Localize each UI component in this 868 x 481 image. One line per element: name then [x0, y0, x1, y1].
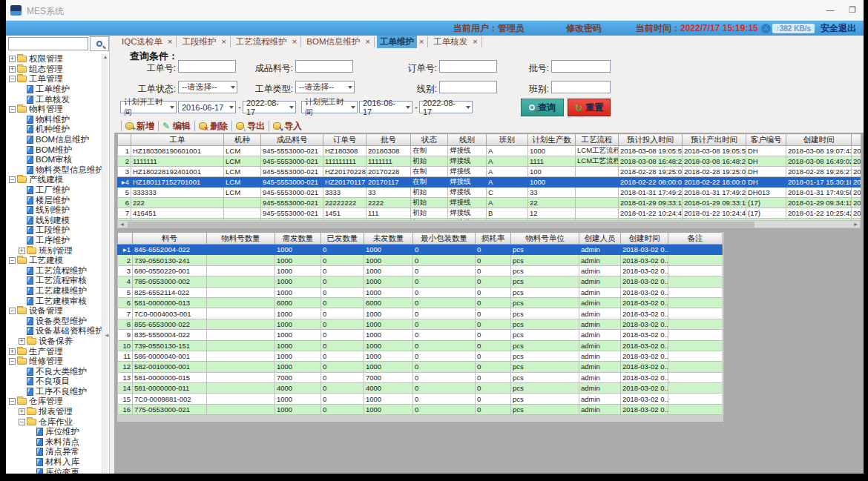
order-type-select[interactable]: --请选择-- — [295, 81, 355, 93]
tree-item-13[interactable]: 工厂维护 — [7, 185, 102, 196]
tab-close-icon[interactable]: × — [473, 37, 477, 46]
collapse-icon[interactable]: − — [9, 398, 16, 405]
column-header[interactable]: 客户编号 — [746, 134, 786, 146]
table-row[interactable]: 4785-0553000-00210000100000pcsadmin2018-… — [118, 276, 723, 287]
tree-item-11[interactable]: 物料类型信息维护 — [7, 165, 102, 176]
tree-item-10[interactable]: BOM审核 — [7, 155, 102, 165]
tree-item-9[interactable]: BOM维护 — [7, 145, 102, 155]
tree-item-34[interactable]: −仓库管理 — [7, 397, 102, 407]
line-input[interactable] — [439, 81, 497, 93]
table-row[interactable]: ▸1845-6552004-02210000100000pcsadmin2018… — [118, 245, 723, 255]
toolbar-database-export-button[interactable]: ↓导出 — [236, 120, 265, 133]
toolbar-edit-pencil-button[interactable]: ✎编辑 — [162, 120, 191, 133]
expand-icon[interactable]: + — [9, 66, 16, 73]
start-time-type-select[interactable]: 计划开工时间 — [120, 101, 177, 113]
table-row[interactable]: 5333333LCM945-5553000-021333333初始焊接线C332… — [118, 188, 861, 198]
finish-date-to[interactable]: 2022-08-17 — [419, 101, 473, 113]
tree-item-6[interactable]: 物料维护 — [7, 115, 102, 125]
column-header[interactable]: 订单号 — [323, 134, 366, 146]
column-header[interactable]: 物料号单位 — [511, 233, 579, 245]
column-header[interactable]: 创建时间 — [621, 233, 668, 245]
tree-item-31[interactable]: 不良大类维护 — [7, 366, 102, 376]
collapse-icon[interactable]: − — [9, 358, 16, 365]
table-row[interactable]: 21111111LCM945-5553000-02111111111111111… — [118, 156, 861, 167]
column-header[interactable]: 成品料号 — [261, 134, 323, 146]
column-header[interactable]: 需发数量 — [275, 233, 321, 245]
finish-date-from[interactable]: 2016-06-17 — [359, 101, 412, 113]
scrollbar-thumb[interactable] — [128, 222, 754, 228]
expand-icon[interactable]: + — [19, 338, 25, 345]
tree-item-3[interactable]: 工单维护 — [7, 84, 102, 95]
column-header[interactable]: 料号 — [133, 233, 207, 245]
collapse-icon[interactable]: − — [9, 106, 16, 113]
tree-item-22[interactable]: 工艺流程审核 — [7, 276, 102, 286]
column-header[interactable]: 预计投入时间 — [619, 134, 683, 146]
tree-item-24[interactable]: 工艺建模审核 — [7, 296, 102, 306]
scroll-left-icon[interactable]: ◄ — [119, 221, 125, 228]
tree-item-26[interactable]: 设备类型维护 — [7, 316, 102, 326]
column-header[interactable]: 已发数量 — [321, 233, 364, 245]
column-header[interactable]: 损耗率 — [476, 233, 511, 245]
tree-item-1[interactable]: +组态管理 — [7, 64, 102, 75]
column-header[interactable]: 备注 — [668, 233, 723, 245]
tab-6[interactable]: 工单核发× — [430, 36, 481, 47]
tree-item-32[interactable]: 不良项目 — [7, 376, 102, 387]
table-row[interactable]: 77C0-0004003-00110000100000pcsadmin2018-… — [118, 308, 723, 319]
tab-2[interactable]: 工段维护× — [179, 36, 230, 47]
tree-item-15[interactable]: 线别维护 — [7, 205, 102, 216]
column-header[interactable]: 创建时间 — [786, 134, 852, 146]
tree-item-40[interactable]: 材料入库 — [7, 457, 102, 468]
product-part-input[interactable] — [295, 60, 353, 73]
sidebar-scrollbar[interactable]: ▲ — [102, 54, 108, 473]
table-row[interactable]: 6581-0000000-01360000600000pcsadmin2018-… — [118, 297, 723, 308]
column-header[interactable]: 批号 — [366, 134, 411, 146]
work-order-input[interactable] — [178, 60, 236, 73]
table-row[interactable]: 13581-0000000-01570000700000pcsadmin2018… — [118, 372, 723, 382]
sidebar-search-input[interactable] — [8, 37, 88, 50]
tree-item-7[interactable]: 机种维护 — [7, 125, 102, 135]
tree-item-4[interactable]: 工单核发 — [7, 94, 102, 105]
column-header[interactable]: 工艺流程 — [576, 134, 619, 146]
tab-close-icon[interactable]: × — [419, 37, 424, 46]
table-row[interactable]: 8855-6553000-02210000100000pcsadmin2018-… — [118, 319, 723, 329]
tree-item-25[interactable]: −设备管理 — [7, 306, 102, 316]
table-row[interactable]: 3HZ180228192401001LCM945-5553000-021HZ20… — [118, 167, 861, 177]
table-row[interactable]: ▸4HZ180117152701001LCM945-5553000-021HZ2… — [118, 177, 861, 188]
column-header[interactable]: 物料号数量 — [207, 233, 275, 245]
column-header[interactable]: 未发数量 — [364, 233, 413, 245]
tree-item-28[interactable]: +设备保养 — [7, 336, 102, 347]
tab-close-icon[interactable]: × — [365, 37, 369, 46]
table-row[interactable]: 6222945-5553000-021222222222222初始焊接线A222… — [118, 198, 861, 208]
toolbar-database-delete-button[interactable]: ✕删除 — [199, 120, 228, 133]
expand-icon[interactable]: + — [19, 248, 25, 254]
tab-close-icon[interactable]: × — [221, 37, 226, 46]
tree-item-30[interactable]: −维修管理 — [7, 356, 102, 367]
tree-item-18[interactable]: 工序维护 — [7, 236, 102, 246]
tree-item-29[interactable]: +生产管理 — [7, 346, 102, 356]
tree-item-0[interactable]: +权限管理 — [7, 54, 102, 64]
table-row[interactable]: 2739-0550130-24110000100000pcsadmin2018-… — [118, 255, 723, 265]
column-header[interactable]: 预计产出时间 — [683, 134, 746, 146]
batch-no-input[interactable] — [551, 60, 611, 73]
column-header[interactable]: 状态 — [411, 134, 448, 146]
start-date-to[interactable]: 2022-08-17 — [243, 101, 296, 113]
tab-4[interactable]: BOM信息维护× — [303, 36, 375, 47]
tree-item-19[interactable]: +班别管理 — [7, 245, 102, 256]
collapse-icon[interactable]: − — [9, 257, 16, 264]
collapse-icon[interactable]: − — [19, 419, 25, 425]
tree-item-27[interactable]: 设备基础资料维护 — [7, 326, 102, 336]
column-header[interactable] — [852, 134, 861, 146]
table-row[interactable]: 11586-0000040-00110000100000pcsadmin2018… — [118, 351, 723, 361]
table-row[interactable]: 5825-6552114-02210000100000pcsadmin2018-… — [118, 287, 723, 297]
tree-item-39[interactable]: 清点异常 — [7, 447, 102, 457]
tab-3[interactable]: 工艺流程维护× — [233, 36, 301, 47]
finish-time-type-select[interactable]: 计划完工时间 — [301, 101, 358, 113]
shift-input[interactable] — [551, 81, 611, 93]
column-header[interactable]: 线别 — [448, 134, 487, 146]
minimize-button[interactable]: — — [822, 3, 838, 16]
collapse-icon[interactable]: − — [9, 176, 16, 183]
tree-item-41[interactable]: 库位变更 — [7, 467, 102, 474]
column-header[interactable]: 班别 — [487, 134, 528, 146]
table-row[interactable]: 1HZ180308190601001LCM945-5553000-021HZ18… — [118, 146, 861, 156]
sidebar-search-button[interactable] — [90, 36, 109, 51]
